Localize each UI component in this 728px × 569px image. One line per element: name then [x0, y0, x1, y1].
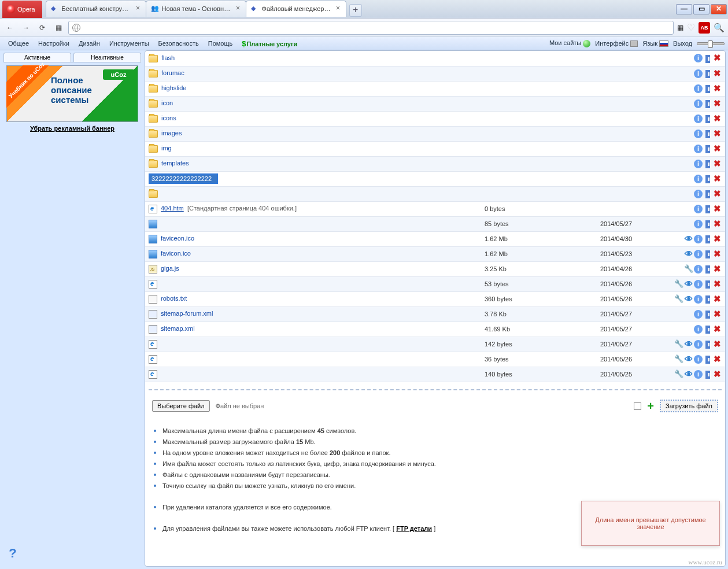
- new-tab-button[interactable]: +: [349, 4, 362, 17]
- browser-tab[interactable]: 👥Новая тема - Основное - ×: [146, 1, 246, 17]
- file-name-link[interactable]: icons: [161, 114, 176, 121]
- info-icon[interactable]: i: [694, 130, 703, 138]
- rename-input[interactable]: [149, 173, 218, 184]
- info-icon[interactable]: i: [694, 295, 703, 304]
- rename-icon[interactable]: [704, 235, 712, 243]
- browser-tab[interactable]: ◆Файловый менеджер - П...×: [246, 1, 346, 17]
- rename-icon[interactable]: [704, 250, 712, 258]
- rename-icon[interactable]: [704, 295, 712, 303]
- delete-icon[interactable]: ✖: [713, 220, 722, 228]
- zoom-slider[interactable]: [697, 42, 725, 45]
- delete-icon[interactable]: ✖: [713, 130, 722, 138]
- edit-icon[interactable]: 🔧: [674, 295, 683, 304]
- rename-icon[interactable]: [704, 325, 712, 333]
- sidebar-banner[interactable]: Учебник по uCoz uCoz Полное описание сис…: [6, 65, 138, 122]
- help-button[interactable]: ?: [5, 546, 21, 563]
- minimize-button[interactable]: —: [676, 4, 692, 14]
- rename-icon[interactable]: [704, 160, 712, 168]
- view-icon[interactable]: 👁: [684, 250, 693, 258]
- back-button[interactable]: ←: [3, 21, 16, 34]
- info-icon[interactable]: i: [694, 340, 703, 349]
- info-icon[interactable]: i: [694, 205, 703, 213]
- file-name-link[interactable]: giga.js: [161, 265, 179, 272]
- rename-icon[interactable]: [704, 99, 712, 108]
- delete-icon[interactable]: ✖: [713, 69, 722, 78]
- info-icon[interactable]: i: [694, 325, 703, 334]
- file-name-link[interactable]: flash: [161, 54, 175, 61]
- file-name-link[interactable]: images: [161, 130, 182, 136]
- rename-icon[interactable]: [704, 220, 712, 228]
- add-file-icon[interactable]: +: [647, 400, 654, 413]
- info-icon[interactable]: i: [694, 280, 703, 289]
- rename-icon[interactable]: [704, 190, 712, 198]
- delete-icon[interactable]: ✖: [713, 114, 722, 123]
- delete-icon[interactable]: ✖: [713, 84, 722, 93]
- delete-icon[interactable]: ✖: [713, 99, 722, 108]
- file-name-link[interactable]: img: [161, 145, 172, 152]
- remove-banner-link[interactable]: Убрать рекламный баннер: [3, 125, 141, 132]
- info-icon[interactable]: i: [694, 220, 703, 228]
- info-icon[interactable]: i: [694, 69, 703, 78]
- menu-paid[interactable]: $Платные услуги: [237, 39, 302, 48]
- info-icon[interactable]: i: [694, 114, 703, 123]
- reload-button[interactable]: ⟳: [36, 21, 49, 34]
- delete-icon[interactable]: ✖: [713, 280, 722, 289]
- info-icon[interactable]: i: [694, 99, 703, 108]
- info-icon[interactable]: i: [694, 145, 703, 153]
- extensions-icon[interactable]: ▦: [677, 24, 683, 32]
- delete-icon[interactable]: ✖: [713, 355, 722, 364]
- sidebar-tab-active[interactable]: Активные: [3, 53, 71, 62]
- view-icon[interactable]: 👁: [684, 340, 693, 349]
- file-name-link[interactable]: robots.txt: [161, 295, 187, 302]
- tab-close-icon[interactable]: ×: [234, 5, 242, 13]
- rename-icon[interactable]: [704, 280, 712, 288]
- delete-icon[interactable]: ✖: [713, 340, 722, 349]
- file-name-link[interactable]: forumac: [161, 69, 184, 76]
- menu-my-sites[interactable]: Мои сайты: [549, 39, 590, 47]
- view-icon[interactable]: 👁: [684, 295, 693, 304]
- delete-icon[interactable]: ✖: [713, 250, 722, 258]
- view-icon[interactable]: 👁: [684, 280, 693, 289]
- address-bar[interactable]: [68, 21, 674, 35]
- rename-icon[interactable]: [704, 114, 712, 123]
- edit-icon[interactable]: 🔧: [674, 355, 683, 364]
- rename-icon[interactable]: [704, 84, 712, 93]
- view-icon[interactable]: 👁: [684, 370, 693, 379]
- delete-icon[interactable]: ✖: [713, 190, 722, 198]
- search-icon[interactable]: 🔍: [714, 23, 725, 33]
- delete-icon[interactable]: ✖: [713, 310, 722, 319]
- file-name-link[interactable]: 404.htm: [161, 205, 184, 212]
- info-icon[interactable]: i: [694, 265, 703, 274]
- info-icon[interactable]: i: [694, 235, 703, 243]
- info-icon[interactable]: i: [694, 310, 703, 319]
- ftp-details-link[interactable]: FTP детали: [396, 525, 432, 532]
- delete-icon[interactable]: ✖: [713, 175, 722, 183]
- menu-security[interactable]: Безопасность: [154, 40, 204, 47]
- info-icon[interactable]: i: [694, 370, 703, 379]
- rename-icon[interactable]: [704, 355, 712, 363]
- rename-icon[interactable]: [704, 69, 712, 77]
- rename-icon[interactable]: [704, 175, 712, 183]
- menu-language[interactable]: Язык: [642, 40, 668, 47]
- view-icon[interactable]: 👁: [684, 235, 693, 243]
- upload-checkbox[interactable]: [634, 402, 641, 410]
- rename-icon[interactable]: [704, 54, 712, 62]
- delete-icon[interactable]: ✖: [713, 295, 722, 304]
- menu-interface[interactable]: Интерфейс: [595, 40, 638, 47]
- delete-icon[interactable]: ✖: [713, 160, 722, 168]
- opera-menu-button[interactable]: Opera: [2, 1, 42, 18]
- menu-help[interactable]: Помощь: [204, 40, 238, 47]
- edit-icon[interactable]: 🔧: [674, 280, 683, 289]
- browser-tab[interactable]: ◆Бесплатный конструктор×: [46, 1, 146, 17]
- maximize-button[interactable]: ▭: [693, 4, 709, 14]
- edit-icon[interactable]: 🔧: [684, 265, 693, 274]
- rename-icon[interactable]: [704, 340, 712, 348]
- rename-icon[interactable]: [704, 370, 712, 378]
- delete-icon[interactable]: ✖: [713, 54, 722, 62]
- delete-icon[interactable]: ✖: [713, 235, 722, 243]
- file-name-link[interactable]: templates: [161, 160, 189, 167]
- forward-button[interactable]: →: [20, 21, 32, 34]
- delete-icon[interactable]: ✖: [713, 265, 722, 274]
- menu-settings[interactable]: Настройки: [34, 40, 74, 47]
- info-icon[interactable]: i: [694, 190, 703, 198]
